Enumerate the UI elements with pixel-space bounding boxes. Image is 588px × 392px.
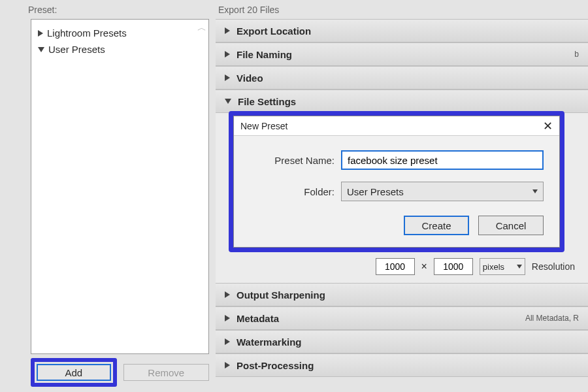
section-meta: b xyxy=(574,50,579,59)
preset-item-label: User Presets xyxy=(48,44,105,55)
section-label: Post-Processing xyxy=(237,360,314,371)
section-post-processing[interactable]: Post-Processing xyxy=(216,353,588,377)
section-file-naming[interactable]: File Naming b xyxy=(216,42,588,66)
section-label: Watermarking xyxy=(237,336,301,348)
chevron-down-icon xyxy=(517,265,522,269)
dialog-title-text: New Preset xyxy=(240,121,287,131)
dialog-titlebar: New Preset ✕ xyxy=(234,116,559,136)
section-watermarking[interactable]: Watermarking xyxy=(216,330,588,353)
add-button-highlight: Add xyxy=(31,358,117,387)
dialog-actions: Create Cancel xyxy=(234,206,559,247)
export-header: Export 20 Files xyxy=(216,3,588,19)
width-input[interactable] xyxy=(376,258,415,275)
section-label: File Settings xyxy=(238,96,296,107)
folder-label: Folder: xyxy=(250,186,335,197)
dialog-body: Preset Name: Folder: User Presets xyxy=(234,136,559,206)
chevron-right-icon xyxy=(225,338,230,345)
add-button-label: Add xyxy=(65,367,82,378)
section-meta: All Metadata, R xyxy=(525,314,579,323)
section-label: Metadata xyxy=(237,313,279,324)
preset-name-label: Preset Name: xyxy=(250,155,335,166)
resolution-label: Resolution xyxy=(532,261,575,272)
times-label: × xyxy=(421,261,427,272)
chevron-right-icon xyxy=(225,27,230,34)
chevron-right-icon xyxy=(225,51,230,57)
cancel-button[interactable]: Cancel xyxy=(478,216,544,235)
new-preset-dialog: New Preset ✕ Preset Name: Folder: User P… xyxy=(233,116,560,248)
create-button-label: Create xyxy=(421,220,451,231)
chevron-right-icon xyxy=(38,30,43,37)
scroll-indicator[interactable]: ︿ xyxy=(197,22,206,34)
height-input[interactable] xyxy=(434,258,473,275)
chevron-right-icon xyxy=(225,315,230,321)
preset-item-label: Lightroom Presets xyxy=(47,27,127,39)
unit-value: pixels xyxy=(483,262,504,272)
section-metadata[interactable]: Metadata All Metadata, R xyxy=(216,306,588,330)
section-video[interactable]: Video xyxy=(216,66,588,90)
close-icon[interactable]: ✕ xyxy=(543,120,553,132)
section-label: File Naming xyxy=(237,49,292,60)
section-label: Video xyxy=(237,73,263,84)
chevron-down-icon xyxy=(225,99,231,104)
dialog-highlight: New Preset ✕ Preset Name: Folder: User P… xyxy=(229,111,564,252)
preset-item-user[interactable]: User Presets xyxy=(34,41,206,57)
section-export-location[interactable]: Export Location xyxy=(216,19,588,42)
unit-select[interactable]: pixels xyxy=(480,258,525,275)
folder-select[interactable]: User Presets xyxy=(341,182,544,201)
preset-sidebar: Preset: ︿ Lightroom Presets User Presets… xyxy=(0,0,216,392)
remove-button-label: Remove xyxy=(148,367,184,378)
section-file-settings[interactable]: File Settings xyxy=(216,90,588,113)
add-button[interactable]: Add xyxy=(37,364,111,381)
new-preset-dialog-wrapper: New Preset ✕ Preset Name: Folder: User P… xyxy=(229,111,564,252)
create-button[interactable]: Create xyxy=(404,216,469,235)
cancel-button-label: Cancel xyxy=(496,220,527,231)
chevron-right-icon xyxy=(225,74,230,81)
section-label: Export Location xyxy=(237,25,311,37)
preset-button-row: Add Remove xyxy=(3,358,216,392)
section-label: Output Sharpening xyxy=(237,289,325,301)
preset-list: Lightroom Presets User Presets xyxy=(31,20,208,63)
chevron-down-icon xyxy=(532,189,538,193)
preset-list-panel: ︿ Lightroom Presets User Presets xyxy=(31,19,209,354)
image-dimensions-row: × pixels Resolution xyxy=(225,258,579,275)
section-output-sharpening[interactable]: Output Sharpening xyxy=(216,283,588,306)
chevron-right-icon xyxy=(225,362,230,368)
preset-header: Preset: xyxy=(3,3,216,19)
chevron-down-icon xyxy=(38,47,44,52)
preset-item-lightroom[interactable]: Lightroom Presets xyxy=(34,25,206,41)
chevron-right-icon xyxy=(225,291,230,298)
remove-button: Remove xyxy=(123,364,210,381)
preset-name-input[interactable] xyxy=(341,150,544,170)
folder-value: User Presets xyxy=(347,186,404,197)
